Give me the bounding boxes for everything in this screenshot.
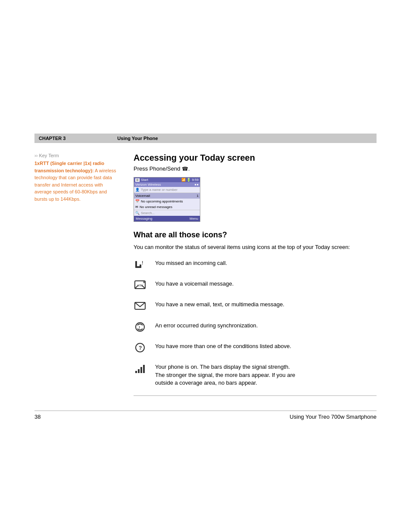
signal-strength-icon: [134, 362, 146, 377]
voicemail-icon: VM ✕: [134, 279, 146, 294]
section2-title: What are all those icons?: [134, 230, 377, 240]
phone-voicemail-label: Voicemail: [135, 194, 150, 198]
chapter-bar: CHAPTER 3 Using Your Phone: [34, 134, 377, 143]
svg-text:!: !: [139, 325, 140, 330]
svg-rect-17: [143, 365, 145, 373]
phone-messages-text: No unread messages: [140, 205, 172, 209]
section1-title: Accessing your Today screen: [134, 153, 377, 163]
phone-appointments-text: No upcoming appointments: [141, 199, 183, 203]
email-icon: [134, 300, 146, 314]
phone-search-row: 🔍 Search...: [134, 210, 200, 216]
footer-page-number: 38: [34, 414, 40, 420]
key-term-header: Key Term: [34, 153, 121, 158]
phone-titlebar: ⊞ Start 📶 🔋 9:59: [134, 177, 200, 182]
phone-appointments-row: 📅 No upcoming appointments: [134, 199, 200, 204]
page: CHAPTER 3 Using Your Phone Key Term 1xRT…: [0, 0, 411, 532]
chapter-title: Using Your Phone: [117, 136, 158, 141]
svg-rect-2: [140, 264, 141, 268]
phone-time: 9:59: [192, 178, 199, 182]
phone-status-row: Verizon Wireless ●●: [134, 182, 200, 187]
phone-type-text: Type a name or number: [141, 188, 177, 192]
signal-strength-description: Your phone is on. The bars display the s…: [155, 362, 295, 387]
missed-call-description: You missed an incoming call.: [155, 258, 227, 267]
key-term-body: 1xRTT (Single carrier |1x| radio transmi…: [34, 160, 121, 202]
phone-type-row: 👤 Type a name or number: [134, 187, 200, 193]
multiple-conditions-description: You have more than one of the conditions…: [155, 342, 291, 350]
phone-status-icons: 📶 🔋 9:59: [181, 178, 199, 182]
list-item: ! An error occurred during synchronizati…: [134, 321, 377, 336]
list-item: Your phone is on. The bars display the s…: [134, 362, 377, 387]
phone-type-icon: 👤: [135, 188, 140, 192]
page-footer: 38 Using Your Treo 700w Smartphone: [34, 411, 377, 420]
svg-text:?: ?: [139, 345, 142, 351]
svg-rect-14: [135, 371, 137, 373]
phone-search-icon: 🔍: [135, 211, 140, 215]
svg-rect-16: [140, 367, 142, 373]
key-term-title: 1xRTT (Single carrier |1x| radio transmi…: [34, 161, 104, 173]
section-divider: [134, 395, 377, 396]
sync-error-description: An error occurred during synchronization…: [155, 321, 258, 330]
phone-send-icon: ☎.: [182, 166, 190, 172]
list-item: ? You have more than one of the conditio…: [134, 342, 377, 356]
footer-title: Using Your Treo 700w Smartphone: [290, 414, 377, 420]
svg-rect-15: [138, 369, 140, 373]
svg-text:!: !: [142, 261, 143, 265]
list-item: ! You missed an incoming call.: [134, 258, 377, 273]
phone-voicemail-count: 1: [197, 194, 199, 198]
svg-rect-1: [135, 261, 137, 267]
list-item: You have a new email, text, or multimedi…: [134, 300, 377, 314]
voicemail-description: You have a voicemail message.: [155, 279, 234, 288]
phone-messages-row: ✉ No unread messages: [134, 204, 200, 210]
phone-messages-icon: ✉: [135, 205, 138, 209]
phone-status-dot: ●●: [194, 183, 199, 187]
list-item: VM ✕ You have a voicemail message.: [134, 279, 377, 294]
phone-carrier: Verizon Wireless: [135, 183, 161, 187]
phone-start-icon: ⊞: [135, 178, 140, 182]
email-description: You have a new email, text, or multimedi…: [155, 300, 284, 308]
sidebar: Key Term 1xRTT (Single carrier |1x| radi…: [34, 153, 121, 202]
phone-start-label: Start: [141, 178, 148, 182]
svg-text:VM: VM: [138, 284, 143, 287]
phone-screen-mockup: ⊞ Start 📶 🔋 9:59 Verizon Wireless ●● 👤 T…: [134, 177, 200, 222]
phone-bottom-right: Menu: [190, 217, 198, 221]
chapter-label: CHAPTER 3: [39, 136, 65, 141]
phone-appointments-icon: 📅: [135, 199, 140, 203]
phone-bottom-bar: Messaging Menu: [134, 216, 200, 221]
main-content: Accessing your Today screen Press Phone/…: [134, 153, 377, 396]
phone-search-text: Search...: [141, 211, 155, 215]
missed-call-icon: !: [134, 258, 146, 273]
svg-text:✕: ✕: [143, 280, 146, 284]
sync-error-icon: !: [134, 321, 146, 336]
section1-intro: Press Phone/Send ☎.: [134, 165, 377, 172]
phone-bottom-left: Messaging: [136, 217, 153, 221]
multiple-conditions-icon: ?: [134, 342, 146, 356]
phone-voicemail-row: Voicemail 1: [134, 193, 200, 199]
section2-intro: You can monitor the status of several it…: [134, 243, 377, 252]
icon-list: ! You missed an incoming call. VM ✕ You …: [134, 258, 377, 387]
